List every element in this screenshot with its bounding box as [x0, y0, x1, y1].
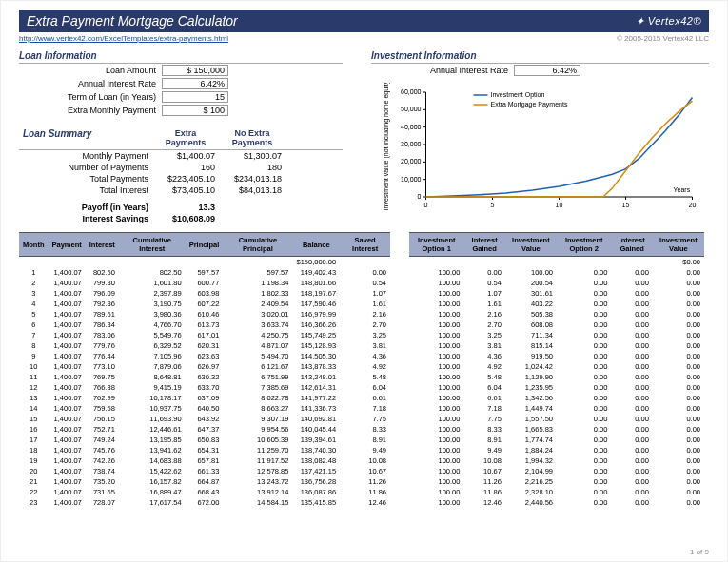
- cell: 11,693.90: [119, 414, 186, 424]
- cell: 2.70: [340, 320, 390, 330]
- col-extra: Extra Payments: [152, 126, 219, 149]
- cell: 100.00: [409, 299, 463, 309]
- cell: 766.38: [86, 382, 119, 393]
- cell: 2,328.10: [505, 487, 557, 497]
- cell: 9: [19, 351, 49, 361]
- cell: 3.25: [340, 330, 390, 340]
- svg-text:10: 10: [556, 202, 563, 208]
- cell: 1,400.07: [49, 445, 86, 455]
- cell: 9,415.19: [119, 382, 186, 393]
- cell: 15,422.62: [119, 466, 186, 476]
- cell: 2.16: [340, 309, 390, 320]
- cell: 23: [19, 497, 49, 508]
- cell: 11.86: [463, 487, 504, 497]
- payoff-label: Payoff (in Years): [19, 202, 152, 213]
- cell: 19: [19, 455, 49, 466]
- cell: 143,248.01: [292, 372, 340, 382]
- cell: 0.00: [463, 267, 504, 278]
- cell: 745.76: [86, 445, 119, 455]
- loan-field-value[interactable]: 6.42%: [162, 78, 228, 89]
- cell: 0.00: [557, 340, 611, 351]
- cell: 0.00: [611, 393, 652, 403]
- cell: 11.86: [340, 487, 390, 497]
- cell: 756.15: [86, 414, 119, 424]
- cell: 100.00: [409, 424, 463, 435]
- cell: 597.57: [186, 267, 224, 278]
- cell: 6.61: [463, 393, 504, 403]
- col-header: Investment Option 2: [557, 233, 611, 257]
- cell: 9.49: [340, 445, 390, 455]
- cell: 626.97: [186, 361, 224, 372]
- cell: 3: [19, 288, 49, 299]
- cell: 1,400.07: [49, 309, 86, 320]
- col-header: Month: [19, 233, 49, 257]
- svg-text:0: 0: [418, 193, 422, 200]
- cell: 796.09: [86, 288, 119, 299]
- cell: 0.00: [557, 288, 611, 299]
- cell: 9.49: [463, 445, 504, 455]
- svg-text:Extra Mortgage Payments: Extra Mortgage Payments: [491, 101, 568, 108]
- cell: 9,307.19: [223, 414, 292, 424]
- cell: 1,400.07: [49, 403, 86, 414]
- cell: 0.00: [653, 351, 704, 361]
- page-title: Extra Payment Mortgage Calculator: [27, 13, 238, 29]
- cell: 0.00: [611, 424, 652, 435]
- cell: 6,329.52: [119, 340, 186, 351]
- cell: 2,216.25: [505, 476, 557, 487]
- cell: 17,617.54: [119, 497, 186, 508]
- cell: 0.00: [653, 372, 704, 382]
- source-url[interactable]: http://www.vertex42.com/ExcelTemplates/e…: [19, 34, 228, 43]
- cell: [119, 257, 186, 268]
- cell: 919.50: [505, 351, 557, 361]
- cell: 100.00: [409, 393, 463, 403]
- cell: 0.00: [611, 382, 652, 393]
- cell: 1,400.07: [49, 267, 86, 278]
- cell: 0.00: [653, 403, 704, 414]
- cell: 7.18: [340, 403, 390, 414]
- payoff-value: 13.3: [152, 202, 219, 213]
- cell: 0.00: [653, 466, 704, 476]
- cell: 0.00: [611, 299, 652, 309]
- loan-field-value[interactable]: $ 150,000: [162, 65, 228, 76]
- cell: 1.07: [463, 288, 504, 299]
- cell: 0.00: [653, 278, 704, 288]
- cell: [223, 257, 292, 268]
- cell: 0.00: [653, 267, 704, 278]
- cell: [463, 257, 504, 268]
- cell: 403.22: [505, 299, 557, 309]
- summary-extra: $73,405.10: [152, 184, 219, 196]
- summary-noextra: $1,300.07: [219, 150, 285, 162]
- cell: 792.86: [86, 299, 119, 309]
- cell: 1,802.33: [223, 288, 292, 299]
- loan-info-header: Loan Information: [19, 48, 343, 64]
- page-number: 1 of 9: [690, 548, 709, 556]
- cell: 2: [19, 278, 49, 288]
- cell: 786.34: [86, 320, 119, 330]
- cell: 0.00: [557, 309, 611, 320]
- svg-text:40,000: 40,000: [401, 124, 422, 130]
- cell: [19, 257, 49, 268]
- svg-text:5: 5: [491, 202, 495, 208]
- cell: 7.75: [463, 414, 504, 424]
- cell: 145,128.93: [292, 340, 340, 351]
- cell: 10.08: [463, 455, 504, 466]
- cell: 100.00: [409, 372, 463, 382]
- col-header: Cumulative Principal: [223, 233, 292, 257]
- cell: 0.00: [611, 476, 652, 487]
- cell: 136,756.28: [292, 476, 340, 487]
- loan-field-value[interactable]: 15: [162, 91, 228, 103]
- cell: 100.00: [409, 403, 463, 414]
- invest-rate-value[interactable]: 6.42%: [514, 65, 580, 76]
- cell: 16,157.82: [119, 476, 186, 487]
- cell: 1,400.07: [49, 476, 86, 487]
- cell: 10.67: [340, 466, 390, 476]
- cell: [49, 257, 86, 268]
- cell: 137,421.15: [292, 466, 340, 476]
- cell: 12.46: [463, 497, 504, 508]
- cell: 2.70: [463, 320, 504, 330]
- cell: 11: [19, 372, 49, 382]
- cell: 0.00: [653, 393, 704, 403]
- cell: 731.65: [86, 487, 119, 497]
- loan-field-value[interactable]: $ 100: [162, 105, 228, 116]
- cell: 12: [19, 382, 49, 393]
